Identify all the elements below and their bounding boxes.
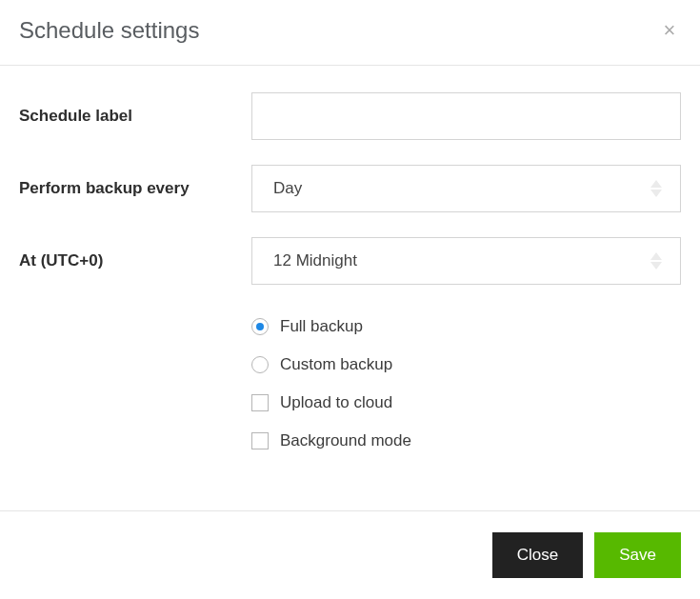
options-column: Full backup Custom backup Upload to clou… <box>251 309 681 450</box>
row-time: At (UTC+0) 12 Midnight <box>19 237 681 285</box>
row-schedule-label: Schedule label <box>19 92 681 140</box>
schedule-label-input[interactable] <box>251 92 681 140</box>
checkbox-background-mode[interactable]: Background mode <box>251 431 681 450</box>
radio-icon <box>251 356 269 373</box>
frequency-select[interactable]: Day <box>251 165 681 212</box>
radio-full-backup[interactable]: Full backup <box>251 317 681 336</box>
label-frequency: Perform backup every <box>19 179 251 198</box>
close-button[interactable]: Close <box>492 532 583 578</box>
close-icon[interactable]: × <box>658 20 681 41</box>
label-time: At (UTC+0) <box>19 251 251 270</box>
save-button[interactable]: Save <box>594 532 681 578</box>
modal-title: Schedule settings <box>19 17 199 44</box>
row-frequency: Perform backup every Day <box>19 165 681 212</box>
schedule-settings-modal: Schedule settings × Schedule label Perfo… <box>0 0 700 599</box>
label-schedule-label: Schedule label <box>19 107 251 126</box>
modal-footer: Close Save <box>0 510 700 599</box>
time-value: 12 Midnight <box>273 251 357 270</box>
radio-label: Full backup <box>280 317 363 336</box>
time-select[interactable]: 12 Midnight <box>251 237 681 285</box>
radio-label: Custom backup <box>280 355 392 374</box>
radio-icon <box>251 318 269 335</box>
sort-icon <box>650 250 663 272</box>
modal-header: Schedule settings × <box>0 0 700 66</box>
frequency-value: Day <box>273 179 302 198</box>
modal-body: Schedule label Perform backup every Day … <box>0 66 700 510</box>
checkbox-label: Background mode <box>280 431 411 450</box>
radio-custom-backup[interactable]: Custom backup <box>251 355 681 374</box>
checkbox-label: Upload to cloud <box>280 393 392 412</box>
checkbox-upload-cloud[interactable]: Upload to cloud <box>251 393 681 412</box>
sort-icon <box>650 177 663 200</box>
checkbox-icon <box>251 432 269 449</box>
checkbox-icon <box>251 394 269 411</box>
